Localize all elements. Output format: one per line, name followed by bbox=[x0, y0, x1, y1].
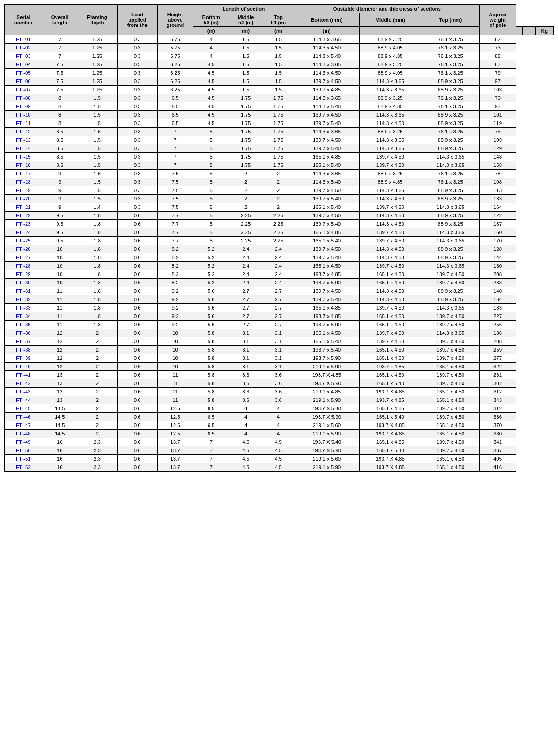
table-cell: 114.3 x 4.50 bbox=[359, 220, 421, 228]
table-cell: 9.2 bbox=[157, 295, 193, 304]
table-cell: 139.7 x 4.50 bbox=[294, 212, 359, 220]
table-cell: FT -52 bbox=[5, 463, 42, 472]
table-cell: 0.6 bbox=[117, 228, 157, 237]
table-cell: 380 bbox=[480, 430, 516, 438]
table-cell: 165.1 x 4.50 bbox=[359, 354, 421, 363]
table-cell: 7.5 bbox=[42, 69, 77, 77]
table-cell: 164 bbox=[480, 203, 516, 212]
table-cell: 0.3 bbox=[117, 44, 157, 52]
table-cell: 2 bbox=[77, 346, 117, 354]
table-cell: 139.7 x 4.50 bbox=[294, 136, 359, 144]
table-cell: FT -07 bbox=[5, 86, 42, 94]
header-bottom-mm: Bottom (mm) bbox=[294, 13, 359, 27]
table-cell: 165.1 x 4.85 bbox=[294, 153, 359, 161]
table-cell: 0.3 bbox=[117, 60, 157, 69]
table-cell: 5 bbox=[193, 220, 229, 228]
table-cell: 14.5 bbox=[42, 404, 77, 413]
table-cell: 2 bbox=[77, 421, 117, 430]
table-cell: 10 bbox=[157, 363, 193, 371]
table-cell: 5.6 bbox=[193, 312, 229, 321]
header-approx-weight: Approxweightof pole bbox=[480, 5, 516, 35]
table-cell: 1.75 bbox=[229, 144, 262, 153]
header-unit-blank5 bbox=[529, 27, 535, 35]
table-cell: 9 bbox=[42, 203, 77, 212]
table-cell: 9.2 bbox=[157, 321, 193, 329]
table-cell: 0.6 bbox=[117, 346, 157, 354]
table-cell: 0.3 bbox=[117, 178, 157, 186]
table-cell: 10 bbox=[157, 354, 193, 363]
table-cell: FT -51 bbox=[5, 455, 42, 463]
table-cell: 1.8 bbox=[77, 279, 117, 287]
table-cell: 10 bbox=[42, 270, 77, 279]
table-cell: 165.1 x 4.50 bbox=[421, 421, 479, 430]
table-cell: 2.25 bbox=[262, 212, 294, 220]
table-cell: 5.2 bbox=[193, 245, 229, 253]
table-cell: 2 bbox=[77, 396, 117, 404]
table-cell: 7 bbox=[157, 153, 193, 161]
table-cell: 1.75 bbox=[229, 102, 262, 111]
table-cell: 0.6 bbox=[117, 455, 157, 463]
table-cell: 114.3 x 3.65 bbox=[421, 329, 479, 337]
table-cell: 0.6 bbox=[117, 220, 157, 228]
table-cell: 8 bbox=[42, 94, 77, 102]
table-cell: FT -02 bbox=[5, 44, 42, 52]
table-cell: 1.5 bbox=[77, 136, 117, 144]
table-cell: 12 bbox=[42, 363, 77, 371]
table-cell: 164 bbox=[480, 295, 516, 304]
table-cell: 1.5 bbox=[77, 170, 117, 178]
table-cell: 1.5 bbox=[262, 60, 294, 69]
table-cell: 8.5 bbox=[42, 136, 77, 144]
table-cell: 160 bbox=[480, 228, 516, 237]
table-cell: 7.5 bbox=[157, 203, 193, 212]
table-cell: 165.1 x 5.40 bbox=[294, 203, 359, 212]
table-cell: 5.75 bbox=[157, 52, 193, 60]
table-cell: 2 bbox=[229, 203, 262, 212]
table-cell: 109 bbox=[480, 136, 516, 144]
table-cell: 11 bbox=[42, 295, 77, 304]
table-cell: 88.9 x 4.85 bbox=[359, 52, 421, 60]
table-cell: 114.3 x 3.65 bbox=[294, 94, 359, 102]
table-cell: 341 bbox=[480, 438, 516, 446]
table-cell: 165.1 x 4.50 bbox=[359, 346, 421, 354]
table-cell: 2.25 bbox=[262, 220, 294, 228]
table-cell: FT -08 bbox=[5, 94, 42, 102]
table-cell: 5 bbox=[193, 178, 229, 186]
table-cell: 103 bbox=[480, 86, 516, 94]
table-cell: 139.7 x 4.50 bbox=[294, 77, 359, 86]
table-cell: 2.4 bbox=[262, 279, 294, 287]
table-cell: 3.1 bbox=[262, 329, 294, 337]
table-cell: 88.9 x 3.25 bbox=[421, 111, 479, 119]
table-cell: 2.7 bbox=[229, 295, 262, 304]
table-cell: 0.6 bbox=[117, 321, 157, 329]
table-cell: 11 bbox=[42, 312, 77, 321]
table-cell: 8.5 bbox=[42, 144, 77, 153]
table-cell: 88.9 x 4.85 bbox=[359, 178, 421, 186]
table-cell: 2.4 bbox=[262, 253, 294, 262]
table-cell: 5.2 bbox=[193, 253, 229, 262]
table-cell: 113 bbox=[480, 186, 516, 195]
table-cell: FT -35 bbox=[5, 321, 42, 329]
table-cell: 1.8 bbox=[77, 304, 117, 312]
table-cell: 2 bbox=[229, 178, 262, 186]
table-cell: 5 bbox=[193, 186, 229, 195]
table-cell: 88.9 x 3.25 bbox=[421, 77, 479, 86]
table-cell: 70 bbox=[480, 94, 516, 102]
table-cell: 3.6 bbox=[262, 396, 294, 404]
header-unit-blank4 bbox=[522, 27, 529, 35]
table-cell: 7.5 bbox=[157, 186, 193, 195]
table-cell: 4 bbox=[262, 404, 294, 413]
table-cell: 4 bbox=[193, 52, 229, 60]
table-cell: 2.25 bbox=[229, 237, 262, 245]
table-cell: 5.8 bbox=[193, 371, 229, 379]
table-cell: 1.5 bbox=[229, 86, 262, 94]
table-cell: FT -11 bbox=[5, 119, 42, 128]
table-cell: 2.7 bbox=[262, 312, 294, 321]
table-cell: 114.3 x 4.50 bbox=[294, 69, 359, 77]
table-cell: 3.6 bbox=[262, 379, 294, 388]
table-cell: 9 bbox=[42, 170, 77, 178]
table-cell: 139.7 x 5.40 bbox=[294, 220, 359, 228]
table-cell: 2.4 bbox=[229, 270, 262, 279]
table-cell: 139.7 x 5.40 bbox=[294, 119, 359, 128]
table-cell: 122 bbox=[480, 212, 516, 220]
table-cell: 6.5 bbox=[157, 119, 193, 128]
